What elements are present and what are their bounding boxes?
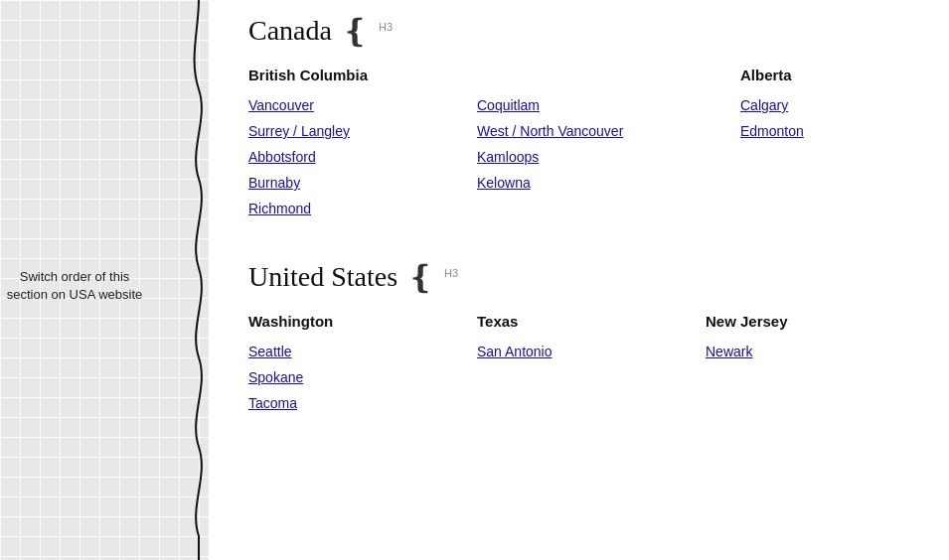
squiggle-line-svg	[179, 0, 209, 560]
bc-title: British Columbia	[248, 67, 447, 83]
city-link-kamloops[interactable]: Kamloops	[477, 149, 676, 165]
canada-heading: Canada ❴ H3	[248, 0, 919, 67]
canada-h3-badge: H3	[379, 21, 393, 33]
city-link-abbotsford[interactable]: Abbotsford	[248, 149, 447, 165]
city-link-edmonton[interactable]: Edmonton	[740, 123, 889, 139]
alberta-column: Alberta Calgary Edmonton	[740, 67, 889, 226]
city-link-san-antonio[interactable]: San Antonio	[477, 344, 676, 359]
city-link-surrey[interactable]: Surrey / Langley	[248, 123, 447, 139]
usa-heading: United States ❴ H3	[248, 246, 919, 313]
new-jersey-title: New Jersey	[706, 313, 904, 330]
city-link-vancouver[interactable]: Vancouver	[248, 97, 447, 113]
usa-title: United States	[248, 261, 397, 293]
usa-h3-badge: H3	[444, 267, 458, 279]
switch-order-label: Switch order of this section on USA webs…	[5, 268, 144, 304]
washington-column: Washington Seattle Spokane Tacoma	[248, 313, 447, 421]
city-link-richmond[interactable]: Richmond	[248, 201, 447, 216]
bc-column-2: _ Coquitlam West / North Vancouver Kamlo…	[477, 67, 676, 226]
city-link-kelowna[interactable]: Kelowna	[477, 175, 676, 191]
city-link-newark[interactable]: Newark	[706, 344, 904, 359]
washington-title: Washington	[248, 313, 447, 330]
city-link-spokane[interactable]: Spokane	[248, 369, 447, 385]
alberta-title: Alberta	[740, 67, 889, 83]
usa-section: United States ❴ H3 Washington Seattle Sp…	[248, 246, 919, 421]
usa-brace: ❴	[407, 261, 434, 293]
new-jersey-column: New Jersey Newark	[706, 313, 904, 421]
city-link-coquitlam[interactable]: Coquitlam	[477, 97, 676, 113]
city-link-burnaby[interactable]: Burnaby	[248, 175, 447, 191]
city-link-west-north-vancouver[interactable]: West / North Vancouver	[477, 123, 676, 139]
city-link-tacoma[interactable]: Tacoma	[248, 395, 447, 411]
texas-column: Texas San Antonio	[477, 313, 676, 421]
bc-column-1: British Columbia Vancouver Surrey / Lang…	[248, 67, 447, 226]
left-panel: Switch order of this section on USA webs…	[0, 0, 209, 560]
canada-title: Canada	[248, 15, 332, 47]
usa-regions: Washington Seattle Spokane Tacoma Texas …	[248, 313, 919, 421]
canada-section: Canada ❴ H3 British Columbia Vancouver S…	[248, 0, 919, 226]
right-panel: Canada ❴ H3 British Columbia Vancouver S…	[209, 0, 949, 560]
canada-regions: British Columbia Vancouver Surrey / Lang…	[248, 67, 919, 226]
city-link-calgary[interactable]: Calgary	[740, 97, 889, 113]
canada-brace: ❴	[342, 15, 369, 47]
texas-title: Texas	[477, 313, 676, 330]
city-link-seattle[interactable]: Seattle	[248, 344, 447, 359]
